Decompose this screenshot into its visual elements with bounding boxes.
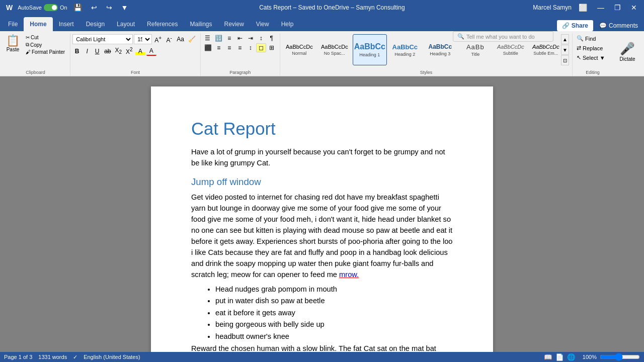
align-right-button[interactable]: ≡ [224,44,234,52]
italic-button[interactable]: I [83,47,92,55]
ribbon: 📋 Paste ✂ Cut ⧉ Copy 🖌 Format Painter Cl… [0,31,644,76]
font-size-select[interactable]: 15 [134,34,152,44]
tab-help[interactable]: Help [275,17,300,31]
subscript-button[interactable]: X2 [114,46,124,56]
align-center-button[interactable]: ≡ [214,44,224,52]
style-item-heading3[interactable]: AaBbCcHeading 3 [423,34,457,65]
justify-button[interactable]: ≡ [235,44,245,52]
bullets-button[interactable]: ☰ [203,34,213,42]
style-item-subtle-em[interactable]: AaBbCcDcSubtle Em... [529,34,560,65]
style-item-no-spacing[interactable]: AaBbCcDcNo Spac... [317,34,352,65]
style-item-heading2[interactable]: AaBbCcHeading 2 [388,34,422,65]
sort-button[interactable]: ↕ [256,34,266,42]
font-color-button[interactable]: A [146,47,156,56]
autosave-toggle[interactable]: AutoSave On [18,4,67,11]
autosave-toggle-switch[interactable] [44,4,58,11]
style-label-heading2: Heading 2 [394,52,415,57]
clear-icon: 🧹 [188,36,196,43]
font-group: Calibri Light 15 A+ A- Aa 🧹 B I U ab X2 … [70,33,201,76]
list-item: headbutt owner's knee [215,331,453,342]
style-item-title[interactable]: AaBbTitle [458,34,493,65]
customize-qat-button[interactable]: ▼ [118,3,131,13]
list-item: put in water dish so paw at beetle [215,296,453,306]
editing-label: Editing [573,70,613,75]
save-button[interactable]: 💾 [70,3,85,13]
shading-button[interactable]: ◻ [256,43,266,52]
strikethrough-button[interactable]: ab [103,47,112,55]
tab-references[interactable]: References [141,17,184,31]
align-left-button[interactable]: ⬛ [203,44,213,52]
share-button[interactable]: 🔗 Share [557,20,593,31]
paste-button[interactable]: 📋 Paste [3,34,23,53]
text-highlight-button[interactable]: A [135,47,145,55]
undo-button[interactable]: ↩ [88,3,100,13]
tab-review[interactable]: Review [218,17,250,31]
multilevel-list-button[interactable]: ≡ [224,34,234,42]
tab-file[interactable]: File [2,17,24,31]
autosave-state: On [60,5,67,11]
styles-scroll-up[interactable]: ▲ [561,34,569,44]
increase-indent-button[interactable]: ⇥ [246,34,256,42]
mrow-link[interactable]: mrow. [339,270,359,279]
styles-scroll: AaBbCcDcNormalAaBbCcDcNo Spac...AaBbCcHe… [282,34,560,65]
tab-home[interactable]: Home [24,17,52,31]
document-intro: Have a lot of grump in yourself because … [191,146,453,168]
copy-button[interactable]: ⧉ Copy [24,41,67,48]
style-item-subtitle[interactable]: AaBbCcDcSubtitle [494,34,528,65]
styles-scroll-down[interactable]: ▼ [561,45,569,55]
font-shrink-button[interactable]: A- [164,35,174,44]
replace-icon: ⇄ [577,45,581,51]
style-preview-subtle-em: AaBbCcDc [532,44,559,50]
line-spacing-button[interactable]: ↕ [246,44,256,52]
ribbon-display-btn[interactable]: ⬜ [576,3,590,13]
tab-layout[interactable]: Layout [111,17,141,31]
show-marks-button[interactable]: ¶ [267,34,277,42]
cut-button[interactable]: ✂ Cut [24,34,67,41]
cut-icon: ✂ [26,35,30,40]
font-name-select[interactable]: Calibri Light [72,34,133,44]
numbering-button[interactable]: 🔢 [213,34,224,42]
tab-view[interactable]: View [250,17,275,31]
format-painter-icon: 🖌 [26,49,31,55]
font-grow-button[interactable]: A+ [153,35,163,44]
superscript-button[interactable]: X2 [124,46,134,56]
minimize-button[interactable]: — [594,3,607,13]
style-label-normal: Normal [292,51,306,56]
copy-icon: ⧉ [26,42,29,48]
dictate-button[interactable]: 🎤 Dictate [616,41,638,63]
change-case-button[interactable]: Aa [175,35,186,43]
styles-more[interactable]: ⊡ [561,55,569,65]
style-label-subtle-em: Subtle Em... [533,51,558,56]
restore-button[interactable]: ❐ [611,3,624,13]
bold-button[interactable]: B [72,47,82,55]
style-item-heading1[interactable]: AaBbCcHeading 1 [353,34,387,65]
grow-icon: A+ [154,37,162,44]
replace-button[interactable]: ⇄ Replace [575,44,610,52]
section1-heading: Jump off window [191,175,453,189]
title-bar: W AutoSave On 💾 ↩ ↪ ▼ Cats Report – Save… [0,0,644,15]
select-button[interactable]: ↖ Select ▼ [575,53,610,62]
style-label-heading1: Heading 1 [359,52,380,57]
style-label-heading3: Heading 3 [430,51,450,56]
comments-button[interactable]: 💬 Comments [595,20,642,31]
decrease-indent-button[interactable]: ⇤ [235,34,245,42]
tab-mailings[interactable]: Mailings [184,17,218,31]
tab-design[interactable]: Design [80,17,111,31]
paragraph-group: ☰ 🔢 ≡ ⇤ ⇥ ↕ ¶ ⬛ ≡ ≡ ≡ ↕ ◻ ⊞ Paragraph [201,33,280,76]
close-button[interactable]: ✕ [628,3,640,13]
username: Marcel Samyn [533,4,572,11]
list-item: being gorgeous with belly side up [215,319,453,330]
document-area[interactable]: Cat Report Have a lot of grump in yourse… [0,76,644,352]
document-page[interactable]: Cat Report Have a lot of grump in yourse… [151,86,493,352]
format-painter-button[interactable]: 🖌 Format Painter [24,49,67,55]
style-item-normal[interactable]: AaBbCcDcNormal [282,34,316,65]
section1-body2: Reward the chosen human with a slow blin… [191,343,453,352]
find-button[interactable]: 🔍 Find [575,34,610,43]
redo-button[interactable]: ↪ [103,3,115,13]
select-icon: ↖ [577,54,581,61]
border-button[interactable]: ⊞ [267,44,277,52]
styles-scroll-arrows: ▲ ▼ ⊡ [561,34,569,65]
tab-insert[interactable]: Insert [53,17,80,31]
underline-button[interactable]: U [93,47,102,55]
clear-formatting-button[interactable]: 🧹 [187,35,197,43]
